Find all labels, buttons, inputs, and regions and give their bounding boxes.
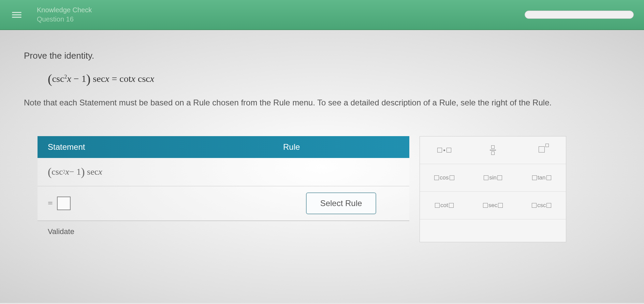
proof-table-header: Statement Rule bbox=[38, 136, 409, 158]
header-title: Knowledge Check bbox=[37, 6, 92, 14]
statement-cell: (csc2x − 1) secx bbox=[38, 158, 273, 186]
input-palette: cos sin tan cot sec csc bbox=[420, 136, 566, 242]
expression-input[interactable] bbox=[57, 197, 71, 210]
validate-button[interactable]: Validate bbox=[38, 221, 409, 242]
palette-cos[interactable]: cos bbox=[420, 164, 469, 191]
palette-csc[interactable]: csc bbox=[517, 192, 566, 219]
palette-row bbox=[420, 136, 566, 164]
rule-cell bbox=[273, 158, 409, 186]
palette-cot[interactable]: cot bbox=[420, 192, 469, 219]
menu-icon[interactable] bbox=[10, 10, 23, 19]
column-header-rule: Rule bbox=[273, 136, 409, 158]
proof-row: = Select Rule bbox=[38, 186, 409, 221]
identity-equation: (csc2x − 1) secx = cotx cscx bbox=[48, 71, 620, 86]
palette-row: cot sec csc bbox=[420, 192, 566, 219]
equals-sign: = bbox=[48, 198, 53, 208]
proof-row: (csc2x − 1) secx bbox=[38, 158, 409, 186]
proof-area: Statement Rule (csc2x − 1) secx = Select… bbox=[38, 136, 620, 242]
proof-table: Statement Rule (csc2x − 1) secx = Select… bbox=[38, 136, 409, 242]
header-titles: Knowledge Check Question 16 bbox=[37, 6, 92, 23]
palette-fraction[interactable] bbox=[469, 136, 517, 164]
palette-tan[interactable]: tan bbox=[517, 164, 566, 191]
palette-sin[interactable]: sin bbox=[469, 164, 517, 191]
palette-multiply[interactable] bbox=[420, 136, 469, 164]
select-rule-button[interactable]: Select Rule bbox=[306, 192, 377, 214]
content-area: Prove the identity. (csc2x − 1) secx = c… bbox=[0, 30, 644, 303]
palette-power[interactable] bbox=[517, 136, 566, 164]
palette-row: cos sin tan bbox=[420, 164, 566, 192]
prompt-text: Prove the identity. bbox=[24, 50, 620, 61]
progress-bar bbox=[525, 11, 634, 19]
rule-cell: Select Rule bbox=[273, 186, 409, 220]
column-header-statement: Statement bbox=[38, 136, 273, 158]
palette-sec[interactable]: sec bbox=[469, 192, 517, 219]
instruction-note: Note that each Statement must be based o… bbox=[24, 97, 620, 109]
header-subtitle: Question 16 bbox=[37, 15, 92, 23]
page-header: Knowledge Check Question 16 bbox=[0, 0, 644, 30]
statement-input-cell: = bbox=[38, 186, 273, 220]
